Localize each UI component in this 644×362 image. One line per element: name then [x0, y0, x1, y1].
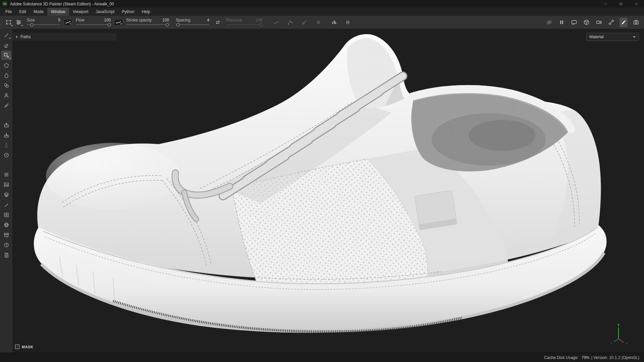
- alphas-shelf-button[interactable]: [1, 210, 11, 220]
- minimize-button[interactable]: [598, 0, 613, 8]
- texture-set-panel-button[interactable]: [1, 180, 11, 189]
- document-icon: [3, 252, 9, 258]
- delete-path-button[interactable]: [313, 18, 323, 27]
- image-icon: [3, 182, 9, 188]
- brush-alpha-button[interactable]: [64, 19, 72, 26]
- pressure-value: 100: [256, 18, 262, 22]
- slider-knob[interactable]: [30, 23, 34, 26]
- brush-icon: [3, 202, 9, 208]
- close-icon: [635, 2, 638, 6]
- mask-indicator[interactable]: MASK: [15, 345, 33, 349]
- polygon-icon: [3, 62, 9, 68]
- globe-icon: [3, 222, 9, 228]
- edit-path-button[interactable]: [299, 18, 309, 27]
- viewport-3d[interactable]: Paths Material MASK Y x z: [12, 29, 644, 353]
- pause-engine-button[interactable]: [557, 18, 566, 27]
- flow-label: Flow: [76, 18, 84, 22]
- viewport-mode-button[interactable]: [570, 18, 578, 27]
- brushes-shelf-button[interactable]: [1, 200, 11, 209]
- rotate-environment-button[interactable]: [607, 18, 615, 27]
- screenshot-button[interactable]: [632, 18, 640, 27]
- video-camera-icon: [596, 19, 602, 25]
- size-label: Size: [27, 18, 35, 22]
- menu-item-viewport[interactable]: Viewport: [69, 8, 92, 16]
- pressure-slider[interactable]: [226, 23, 262, 27]
- clone-tool[interactable]: [1, 81, 11, 90]
- spacing-slider[interactable]: [176, 23, 209, 27]
- viewer-settings-button[interactable]: [1, 150, 11, 160]
- properties-panel-button[interactable]: [1, 170, 11, 179]
- maximize-button[interactable]: [613, 0, 629, 8]
- axis-y-label: Y: [618, 323, 620, 327]
- droplet-icon: [3, 72, 9, 78]
- import-resources-button[interactable]: [1, 130, 11, 140]
- slider-knob[interactable]: [176, 23, 180, 26]
- paint-mode-button[interactable]: [620, 18, 628, 27]
- alpha-square-icon: [3, 212, 9, 218]
- paint-tool[interactable]: [1, 31, 11, 40]
- archive-box-icon: [3, 232, 9, 238]
- slider-track: [76, 24, 111, 25]
- menu-item-edit[interactable]: Edit: [15, 8, 30, 16]
- axis-x-label: x: [626, 342, 627, 345]
- close-button[interactable]: [629, 0, 644, 8]
- projection-tool[interactable]: [1, 51, 11, 60]
- polyline-path-button[interactable]: [285, 18, 295, 27]
- menu-item-mode[interactable]: Mode: [30, 8, 47, 16]
- menu-item-file[interactable]: File: [2, 8, 15, 16]
- radial-symmetry-button[interactable]: [343, 18, 353, 27]
- node-handle-icon: [301, 19, 308, 25]
- stroke-settings-button[interactable]: [13, 18, 23, 27]
- eye-slash-icon: [546, 19, 552, 25]
- clone-stamp-icon: [3, 82, 9, 88]
- chevron-down-icon: [21, 25, 23, 26]
- color-picker-tool[interactable]: [1, 101, 11, 110]
- layers-panel-button[interactable]: [1, 190, 11, 199]
- polyline-nodes-icon: [287, 19, 293, 25]
- panel-bubble-icon: [571, 19, 577, 25]
- environments-shelf-button[interactable]: [1, 220, 11, 230]
- axis-gizmo[interactable]: Y x z: [606, 323, 631, 348]
- menu-item-python[interactable]: Python: [118, 8, 138, 16]
- symmetry-button[interactable]: [329, 18, 339, 27]
- slider-track: [126, 24, 169, 25]
- menu-item-javascript[interactable]: JavaScript: [92, 8, 118, 16]
- smudge-tool[interactable]: [1, 71, 11, 80]
- slider-knob[interactable]: [259, 23, 263, 26]
- history-panel-button[interactable]: [1, 240, 11, 250]
- freehand-path-button[interactable]: [271, 18, 281, 27]
- flow-slider[interactable]: [76, 23, 111, 27]
- size-slider[interactable]: [27, 23, 60, 27]
- camera-icon: [633, 19, 639, 25]
- shelf-archive-button[interactable]: [1, 230, 11, 240]
- tool-sidebar: [0, 29, 12, 353]
- minimize-icon: [604, 2, 607, 6]
- paths-panel-header[interactable]: Paths: [12, 33, 117, 41]
- shading-mode-dropdown[interactable]: Material: [586, 33, 639, 41]
- app-logo-text: Pt: [3, 2, 6, 6]
- maximize-icon: [619, 2, 623, 6]
- mask-checkbox-icon: [15, 345, 19, 349]
- eraser-tool[interactable]: [1, 41, 11, 50]
- menu-item-help[interactable]: Help: [138, 8, 154, 16]
- chevron-down-icon: [11, 25, 13, 26]
- stroke-opacity-slider[interactable]: [126, 23, 169, 27]
- spacing-value: 4: [207, 18, 209, 22]
- toggle-visibility-button[interactable]: [545, 18, 553, 27]
- menu-item-window[interactable]: Window: [47, 8, 69, 16]
- slider-knob[interactable]: [108, 23, 111, 26]
- perspective-view-button[interactable]: [582, 18, 590, 27]
- log-panel-button[interactable]: [1, 250, 11, 260]
- bake-textures-button[interactable]: [1, 140, 11, 150]
- chevron-down-icon: [70, 23, 72, 25]
- stencil-marquee-button[interactable]: [3, 18, 13, 27]
- swap-values-button[interactable]: [213, 18, 223, 27]
- polygon-fill-tool[interactable]: [1, 61, 11, 70]
- export-textures-button[interactable]: [1, 120, 11, 130]
- camera-view-button[interactable]: [595, 18, 603, 27]
- pressure-label: Pressure: [226, 18, 242, 22]
- material-picker-tool[interactable]: [1, 91, 11, 100]
- slider-knob[interactable]: [166, 23, 169, 26]
- layers-icon: [3, 192, 9, 198]
- stroke-alpha-button[interactable]: [114, 19, 123, 26]
